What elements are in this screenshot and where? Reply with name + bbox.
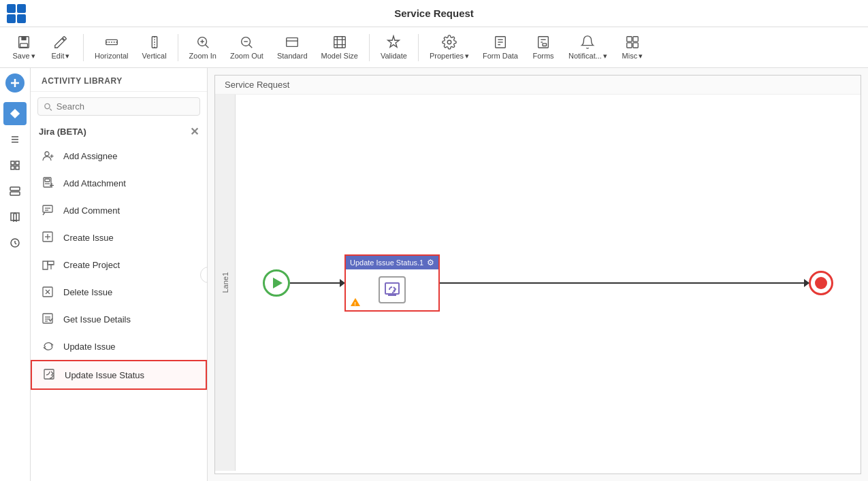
flow-area: Update Issue Status.1 ⚙ ! [236,95,861,471]
canvas-body: Lane1 Update Issue Status.1 ⚙ [215,95,861,471]
sidebar-icon-list[interactable] [3,128,27,151]
sidebar-icon-diamond[interactable] [3,102,27,125]
update-issue-status-label: Update Issue Status [65,370,144,380]
svg-rect-41 [10,192,20,195]
canvas-container: Service Request Lane1 [214,75,861,474]
sep2 [178,34,178,61]
get-issue-details-label: Get Issue Details [63,314,131,325]
activity-node-update-issue-status[interactable]: Update Issue Status.1 ⚙ ! [344,254,440,312]
delete-issue-label: Delete Issue [63,287,112,297]
lane-label: Lane1 [215,95,236,471]
svg-rect-1 [21,36,26,40]
zoom-in-button[interactable]: Zoom In [184,32,222,63]
sidebar-icon-grid[interactable] [3,154,27,177]
svg-point-17 [447,40,451,44]
svg-line-44 [50,108,52,110]
svg-rect-2 [20,43,28,47]
svg-rect-40 [10,187,20,190]
svg-rect-36 [11,161,14,165]
create-issue-label: Create Issue [63,233,114,243]
standard-label: Standard [277,52,308,60]
svg-rect-27 [633,36,638,41]
sidebar-icon-book[interactable] [3,205,27,229]
activity-list: Add Assignee Add Attachment Add Comment [31,142,207,481]
arrow-to-activity [290,282,344,284]
properties-button[interactable]: Properties▾ [424,32,475,63]
end-node[interactable] [809,271,833,295]
notifications-label: Notificat... [568,52,602,60]
svg-rect-28 [627,42,632,47]
get-issue-details-icon [40,311,57,327]
activity-node-header: Update Issue Status.1 ⚙ [346,256,438,269]
sep3 [369,34,370,61]
node-icon [379,276,406,303]
activity-item-create-issue[interactable]: Create Issue [31,224,207,251]
edit-label: Edit [52,52,65,60]
svg-rect-39 [16,166,19,169]
sidebar-icon-circle[interactable] [3,231,27,254]
add-assignee-label: Add Assignee [63,151,118,161]
validate-button[interactable]: Validate [375,32,413,63]
sidebar-icon-add[interactable] [5,73,25,93]
sidebar-icon-lines[interactable] [3,180,27,203]
lane-label-text: Lane1 [221,272,229,293]
model-size-button[interactable]: Model Size [316,32,364,63]
svg-line-8 [205,45,208,48]
add-assignee-icon [40,148,57,164]
validate-label: Validate [381,52,407,60]
edit-button[interactable]: Edit▾ [44,32,78,63]
svg-rect-16 [334,37,345,48]
search-box[interactable] [37,97,200,116]
activity-item-update-issue[interactable]: Update Issue [31,333,207,360]
vertical-label: Vertical [142,52,167,60]
page-title: Service Request [394,7,474,19]
toolbar: Save▾ Edit▾ Horizontal Vertical Zoom In … [0,27,868,68]
add-comment-icon [40,202,57,218]
warning-icon: ! [350,297,361,308]
play-icon [273,278,283,288]
sep4 [418,34,419,61]
model-size-label: Model Size [321,52,358,60]
start-node[interactable] [263,269,290,297]
zoom-out-button[interactable]: Zoom Out [225,32,269,63]
save-label: Save [12,52,29,60]
add-attachment-label: Add Attachment [63,178,126,188]
standard-button[interactable]: Standard [272,32,313,63]
activity-node-body: ! [346,269,438,310]
svg-rect-26 [627,36,632,41]
activity-item-add-comment[interactable]: Add Comment [31,197,207,224]
sidebar-icons [0,68,31,481]
svg-rect-25 [543,44,547,46]
misc-button[interactable]: Misc▾ [615,32,649,63]
arrow-to-end [440,282,809,284]
activity-item-create-project[interactable]: Create Project [31,251,207,278]
create-issue-icon [40,229,57,246]
zoom-in-label: Zoom In [189,52,216,60]
update-issue-label: Update Issue [63,342,116,352]
activity-item-delete-issue[interactable]: Delete Issue [31,278,207,305]
activity-panel: ACTIVITY LIBRARY Jira (BETA) ✕ Add Assig… [31,68,208,481]
activity-item-add-assignee[interactable]: Add Assignee [31,142,207,169]
form-data-label: Form Data [483,52,518,60]
form-data-button[interactable]: Form Data [477,32,524,63]
notifications-button[interactable]: Notificat...▾ [563,32,613,63]
vertical-button[interactable]: Vertical [137,32,172,63]
search-icon [44,102,52,112]
properties-label: Properties [430,52,464,60]
svg-text:!: ! [354,300,356,306]
svg-rect-49 [45,179,50,182]
jira-close-button[interactable]: ✕ [190,125,199,138]
activity-item-get-issue-details[interactable]: Get Issue Details [31,305,207,333]
add-comment-label: Add Comment [63,205,120,216]
activity-panel-title: ACTIVITY LIBRARY [31,68,207,92]
activity-item-add-attachment[interactable]: Add Attachment [31,169,207,197]
activity-item-update-issue-status[interactable]: Update Issue Status [31,360,207,390]
save-button[interactable]: Save▾ [7,32,41,63]
svg-rect-29 [633,42,638,47]
search-input[interactable] [57,101,194,112]
horizontal-button[interactable]: Horizontal [89,32,134,63]
canvas-title: Service Request [215,76,861,95]
title-bar: Service Request [0,0,868,27]
node-gear-icon[interactable]: ⚙ [427,258,434,267]
forms-button[interactable]: Forms [526,32,560,63]
